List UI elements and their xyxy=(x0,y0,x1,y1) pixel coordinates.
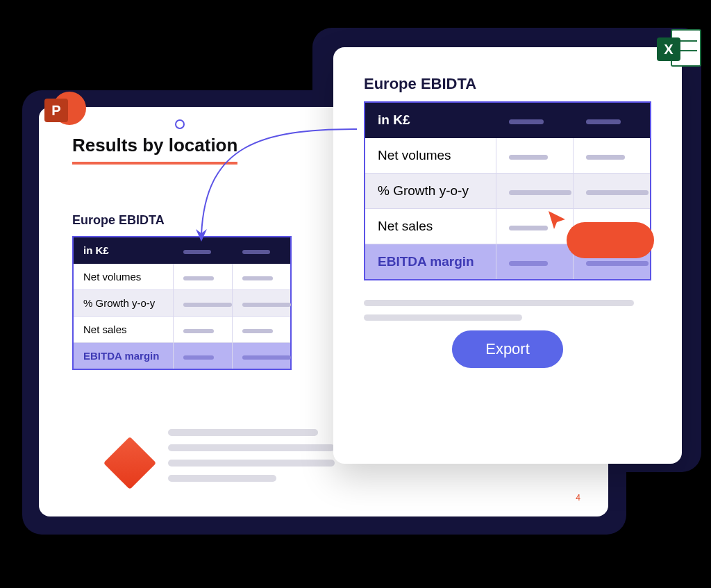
table-row-highlight: EBITDA margin xyxy=(73,343,291,370)
right-table-title: Europe EBIDTA xyxy=(364,75,651,93)
connector-endpoint xyxy=(175,119,185,129)
selection-pill xyxy=(567,222,654,258)
table-row: Net volumes xyxy=(73,264,291,290)
row-label: EBITDA margin xyxy=(73,343,173,370)
cell xyxy=(173,290,232,317)
header-col-1 xyxy=(173,237,232,264)
cell xyxy=(173,343,232,370)
row-label: Net volumes xyxy=(365,138,496,174)
placeholder-text xyxy=(364,300,651,321)
cell xyxy=(232,343,291,370)
cell xyxy=(232,290,291,317)
row-label: % Growth y-o-y xyxy=(365,174,496,209)
excel-icon: X xyxy=(657,28,701,71)
cell xyxy=(173,317,232,343)
row-label: Net sales xyxy=(73,317,173,343)
cell[interactable] xyxy=(574,174,651,209)
cell[interactable] xyxy=(496,174,574,209)
header-col-1 xyxy=(496,102,574,138)
export-button[interactable]: Export xyxy=(452,330,563,368)
placeholder-text xyxy=(168,429,335,490)
cell[interactable] xyxy=(496,138,574,174)
row-label: Net volumes xyxy=(73,264,173,290)
row-label: % Growth y-o-y xyxy=(73,290,173,317)
cell[interactable] xyxy=(496,244,574,280)
cell xyxy=(173,264,232,290)
powerpoint-icon: P xyxy=(44,89,86,131)
slide-title: Results by location xyxy=(72,135,237,165)
header-col-2 xyxy=(232,237,291,264)
table-row: Net sales xyxy=(73,317,291,343)
table-header-row: in K£ xyxy=(73,237,291,264)
cell xyxy=(232,264,291,290)
header-units: in K£ xyxy=(365,102,496,138)
page-number: 4 xyxy=(576,493,580,503)
left-data-table: in K£ Net volumes % Growth y-o-y Net sal… xyxy=(72,236,292,370)
header-col-2 xyxy=(574,102,651,138)
table-row[interactable]: % Growth y-o-y xyxy=(365,174,651,209)
cell[interactable] xyxy=(574,138,651,174)
cell xyxy=(232,317,291,343)
table-row: % Growth y-o-y xyxy=(73,290,291,317)
table-row[interactable]: Net volumes xyxy=(365,138,651,174)
diamond-icon xyxy=(103,437,156,489)
row-label: Net sales xyxy=(365,209,496,244)
row-label: EBITDA margin xyxy=(365,244,496,280)
table-header-row: in K£ xyxy=(365,102,651,138)
header-units: in K£ xyxy=(73,237,173,264)
